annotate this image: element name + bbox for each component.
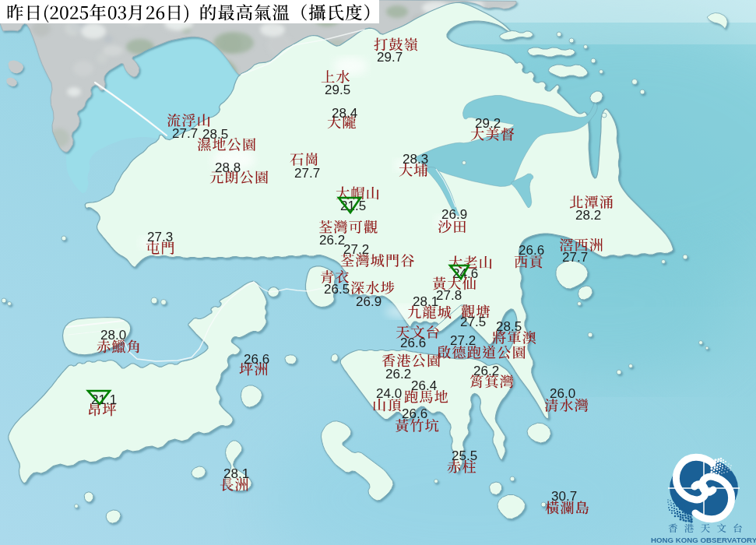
- svg-text:26.9: 26.9: [356, 294, 382, 309]
- svg-text:26.6: 26.6: [244, 352, 269, 367]
- svg-text:26.6: 26.6: [402, 406, 427, 421]
- svg-text:26.4: 26.4: [411, 378, 437, 393]
- svg-text:27.7: 27.7: [562, 250, 588, 265]
- svg-text:27.2: 27.2: [450, 333, 476, 348]
- svg-text:26.2: 26.2: [473, 364, 499, 378]
- svg-text:26.9: 26.9: [441, 207, 467, 222]
- svg-text:28.2: 28.2: [575, 208, 601, 223]
- svg-text:28.4: 28.4: [332, 106, 357, 121]
- svg-text:30.7: 30.7: [551, 489, 577, 504]
- svg-text:28.5: 28.5: [202, 127, 228, 142]
- svg-text:28.1: 28.1: [413, 294, 438, 309]
- svg-text:28.3: 28.3: [403, 152, 428, 167]
- svg-text:24.0: 24.0: [376, 386, 402, 401]
- svg-text:25.5: 25.5: [452, 448, 477, 463]
- svg-text:27.8: 27.8: [436, 288, 462, 303]
- svg-text:26.2: 26.2: [385, 367, 411, 382]
- svg-text:27.7: 27.7: [294, 166, 320, 181]
- svg-text:27.2: 27.2: [343, 242, 369, 257]
- svg-text:26.5: 26.5: [324, 282, 350, 297]
- svg-text:29.2: 29.2: [475, 116, 501, 131]
- svg-text:26.6: 26.6: [519, 243, 544, 258]
- svg-text:26.2: 26.2: [319, 233, 345, 248]
- svg-text:27.7: 27.7: [172, 126, 198, 141]
- svg-text:28.1: 28.1: [223, 466, 249, 481]
- svg-text:26.0: 26.0: [550, 386, 575, 401]
- svg-text:29.7: 29.7: [377, 50, 403, 65]
- svg-text:HONG KONG OBSERVATORY: HONG KONG OBSERVATORY: [651, 536, 756, 544]
- svg-text:27.5: 27.5: [460, 315, 486, 329]
- svg-text:29.5: 29.5: [325, 83, 350, 97]
- svg-text:28.8: 28.8: [215, 160, 241, 175]
- svg-text:28.0: 28.0: [100, 328, 126, 343]
- svg-text:26.6: 26.6: [400, 336, 426, 350]
- svg-text:28.5: 28.5: [496, 319, 522, 334]
- svg-text:27.3: 27.3: [147, 230, 173, 244]
